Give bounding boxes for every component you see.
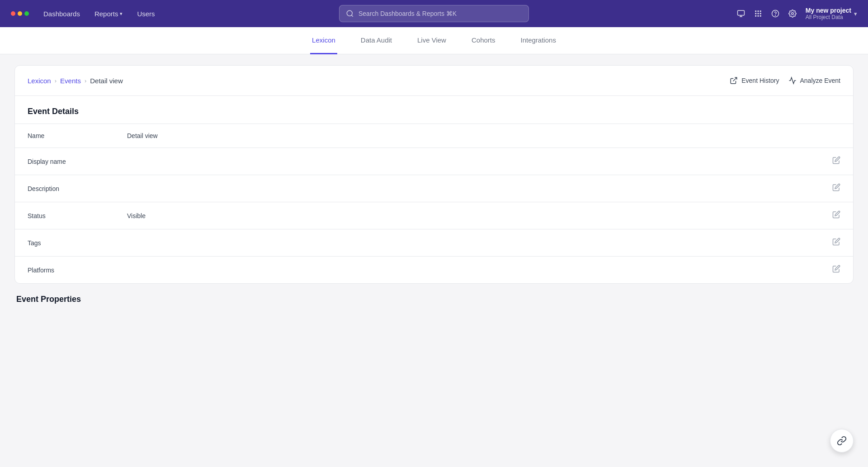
status-value: Visible xyxy=(127,212,832,219)
svg-rect-13 xyxy=(760,15,761,17)
breadcrumb-sep-1: › xyxy=(55,77,57,84)
svg-rect-2 xyxy=(737,10,744,15)
top-nav: Dashboards Reports ▾ Users Search Dashbo… xyxy=(0,0,868,27)
svg-rect-6 xyxy=(757,10,759,12)
display-name-label: Display name xyxy=(28,158,127,165)
nav-apps-icon[interactable] xyxy=(754,10,762,18)
svg-point-0 xyxy=(347,10,352,16)
description-edit-icon[interactable] xyxy=(832,183,840,194)
event-properties-title: Event Properties xyxy=(14,295,854,304)
nav-dashboards[interactable]: Dashboards xyxy=(43,10,80,18)
tab-live-view[interactable]: Live View xyxy=(415,27,448,54)
tab-cohorts[interactable]: Cohorts xyxy=(470,27,497,54)
search-bar[interactable]: Search Dashboards & Reports ⌘K xyxy=(339,5,529,22)
minimize-dot xyxy=(18,11,22,16)
tab-lexicon[interactable]: Lexicon xyxy=(310,27,337,54)
nav-settings-icon[interactable] xyxy=(788,10,797,18)
main-content: Lexicon › Events › Detail view Event His… xyxy=(0,54,868,315)
platforms-label: Platforms xyxy=(28,267,127,274)
nav-notifications-icon[interactable] xyxy=(737,10,745,18)
nav-users[interactable]: Users xyxy=(137,10,155,18)
event-properties-section: Event Properties xyxy=(14,284,854,304)
svg-rect-5 xyxy=(755,10,756,12)
table-row: Platforms xyxy=(15,256,853,283)
tags-edit-icon[interactable] xyxy=(832,238,840,248)
analyze-event-button[interactable]: Analyze Event xyxy=(788,76,841,85)
platforms-edit-icon[interactable] xyxy=(832,265,840,275)
project-chevron-icon: ▾ xyxy=(854,10,857,17)
svg-line-1 xyxy=(351,15,353,16)
table-row: Description xyxy=(15,175,853,202)
svg-rect-8 xyxy=(755,13,756,14)
external-link-icon xyxy=(730,76,738,85)
svg-rect-12 xyxy=(757,15,759,17)
project-selector[interactable]: My new project All Project Data ▾ xyxy=(806,7,857,20)
status-edit-icon[interactable] xyxy=(832,210,840,221)
project-name: My new project xyxy=(806,7,851,14)
nav-reports[interactable]: Reports ▾ xyxy=(94,10,123,18)
nav-right: My new project All Project Data ▾ xyxy=(737,7,857,20)
nav-help-icon[interactable] xyxy=(771,10,779,18)
breadcrumb-sep-2: › xyxy=(85,77,86,84)
display-name-edit-icon[interactable] xyxy=(832,156,840,167)
breadcrumb-events[interactable]: Events xyxy=(60,77,81,85)
tab-data-audit[interactable]: Data Audit xyxy=(359,27,394,54)
breadcrumb-current: Detail view xyxy=(90,77,123,85)
svg-line-17 xyxy=(733,77,737,81)
name-label: Name xyxy=(28,132,127,139)
breadcrumb: Lexicon › Events › Detail view xyxy=(28,77,123,85)
description-label: Description xyxy=(28,185,127,192)
close-dot xyxy=(11,11,15,16)
table-row: Status Visible xyxy=(15,202,853,229)
search-placeholder: Search Dashboards & Reports ⌘K xyxy=(359,10,457,17)
event-history-button[interactable]: Event History xyxy=(730,76,779,85)
svg-point-16 xyxy=(792,13,794,15)
svg-rect-9 xyxy=(757,13,759,14)
fab-button[interactable] xyxy=(830,429,854,453)
svg-rect-10 xyxy=(760,13,761,14)
event-details-title: Event Details xyxy=(15,96,853,124)
table-row: Name Detail view xyxy=(15,124,853,148)
svg-rect-11 xyxy=(755,15,756,17)
table-row: Tags xyxy=(15,229,853,256)
main-card: Lexicon › Events › Detail view Event His… xyxy=(14,65,854,284)
status-label: Status xyxy=(28,212,127,219)
event-details-section: Event Details Name Detail view Display n… xyxy=(15,96,853,283)
table-row: Display name xyxy=(15,148,853,175)
card-actions: Event History Analyze Event xyxy=(730,76,840,85)
sub-nav: Lexicon Data Audit Live View Cohorts Int… xyxy=(0,27,868,54)
tab-integrations[interactable]: Integrations xyxy=(519,27,558,54)
tags-label: Tags xyxy=(28,239,127,247)
search-icon xyxy=(346,10,354,18)
project-subtitle: All Project Data xyxy=(806,14,851,20)
card-header: Lexicon › Events › Detail view Event His… xyxy=(15,66,853,96)
link-icon xyxy=(837,436,847,446)
maximize-dot xyxy=(24,11,29,16)
breadcrumb-lexicon[interactable]: Lexicon xyxy=(28,77,51,85)
chart-icon xyxy=(788,76,797,85)
name-value: Detail view xyxy=(127,132,840,139)
window-controls xyxy=(11,11,29,16)
svg-rect-7 xyxy=(760,10,761,12)
